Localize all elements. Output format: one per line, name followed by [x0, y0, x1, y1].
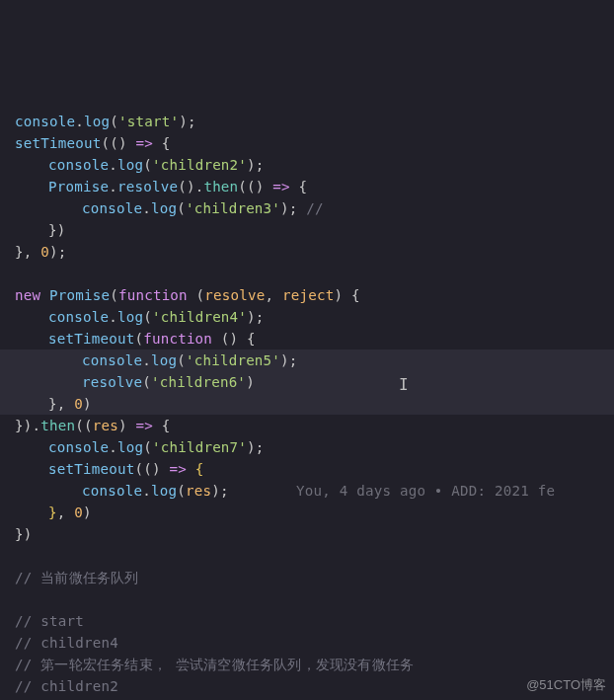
- token-kw: =>: [272, 179, 289, 194]
- code-line[interactable]: // children4: [15, 632, 614, 654]
- token-fn: log: [151, 352, 177, 368]
- token-pun: (: [177, 352, 186, 368]
- code-line[interactable]: }).then((res) => {: [15, 415, 614, 436]
- token-fn: resolve: [82, 374, 142, 390]
- token-pun: () {: [221, 331, 256, 347]
- token-pun: );: [247, 157, 264, 173]
- code-line[interactable]: [15, 545, 614, 567]
- code-line[interactable]: }, 0): [15, 502, 614, 523]
- code-line[interactable]: // children2: [15, 675, 614, 697]
- token-pun: .: [109, 309, 117, 325]
- token-pun: .: [142, 352, 151, 368]
- token-pun: (): [110, 135, 135, 151]
- token-cmt: // children2: [15, 678, 118, 694]
- token-cmt: // start: [15, 613, 84, 629]
- token-pun: },: [15, 244, 40, 260]
- code-line[interactable]: setTimeout(() => {: [15, 132, 614, 154]
- token-str: 'children7': [152, 439, 247, 455]
- code-line[interactable]: console.log('children3'); //: [15, 197, 614, 219]
- token-pun: );: [49, 244, 66, 260]
- token-obj: console: [48, 439, 109, 455]
- token-pun: (): [143, 461, 169, 477]
- token-num: 0: [74, 396, 83, 412]
- token-pun: .: [109, 179, 117, 194]
- token-pun: (: [110, 114, 118, 129]
- token-pun: ): [118, 418, 135, 433]
- token-pun: (: [238, 179, 247, 194]
- code-line[interactable]: // 当前微任务队列: [15, 567, 614, 588]
- token-str: 'children4': [152, 309, 247, 325]
- token-kw: function: [118, 287, 196, 303]
- token-cmt: //: [306, 200, 323, 216]
- code-line[interactable]: [15, 588, 614, 610]
- token-obj: console: [82, 352, 142, 368]
- token-pun: (: [101, 135, 110, 151]
- code-line[interactable]: resolve('children6'): [15, 371, 614, 393]
- token-pun: ((: [75, 418, 92, 433]
- token-pun: .: [109, 439, 117, 455]
- token-pun: );: [211, 483, 228, 499]
- token-pun: );: [179, 114, 195, 129]
- token-pun: );: [247, 309, 264, 325]
- code-line[interactable]: console.log('start');: [15, 111, 614, 132]
- token-pun: {: [153, 135, 170, 151]
- token-pun: (: [110, 287, 118, 303]
- code-line[interactable]: console.log('children2');: [15, 154, 614, 176]
- token-str: 'start': [118, 114, 179, 129]
- token-obj: console: [82, 483, 142, 499]
- token-num: 0: [74, 505, 83, 520]
- code-line[interactable]: new Promise(function (resolve, reject) {: [15, 284, 614, 306]
- token-pun: .: [142, 200, 151, 216]
- code-line[interactable]: console.log(res);You, 4 days ago • ADD: …: [15, 480, 614, 502]
- token-fn: log: [151, 200, 177, 216]
- token-kw: function: [143, 331, 221, 347]
- code-body[interactable]: console.log('start');setTimeout(() => {c…: [15, 111, 614, 700]
- git-blame-codelens: You, 4 days ago • ADD: 2021 fe: [296, 480, 555, 502]
- token-pun: },: [48, 396, 74, 412]
- code-editor[interactable]: console.log('start');setTimeout(() => {c…: [0, 0, 614, 700]
- token-str: 'children6': [151, 374, 246, 390]
- token-fn: log: [151, 483, 177, 499]
- code-line[interactable]: }): [15, 523, 614, 545]
- token-pun: ): [83, 505, 92, 520]
- token-pun: }): [48, 222, 65, 238]
- token-str: 'children5': [186, 352, 280, 368]
- token-pun: );: [280, 352, 297, 368]
- code-line[interactable]: Promise.resolve().then(() => {: [15, 176, 614, 197]
- token-pun: (: [143, 309, 152, 325]
- code-line[interactable]: console.log('children4');: [15, 306, 614, 328]
- token-fn: setTimeout: [48, 461, 134, 477]
- code-line[interactable]: // start: [15, 610, 614, 632]
- token-cmt: // children4: [15, 635, 118, 651]
- token-str: 'children3': [186, 200, 280, 216]
- code-line[interactable]: // 第一轮宏任务结束， 尝试清空微任务队列，发现没有微任务: [15, 654, 614, 675]
- token-fn: setTimeout: [48, 331, 134, 347]
- token-par: res: [93, 418, 118, 433]
- token-pun: );: [280, 200, 306, 216]
- token-pun: ,: [57, 505, 74, 520]
- code-line[interactable]: console.log('children7');: [15, 436, 614, 458]
- token-kw: new: [15, 287, 49, 303]
- token-fn: log: [84, 114, 110, 129]
- token-pun: }): [15, 526, 32, 542]
- token-pun: (: [143, 157, 152, 173]
- token-fn: log: [117, 309, 143, 325]
- token-br: }: [48, 505, 57, 520]
- code-line[interactable]: }): [15, 219, 614, 241]
- token-pun: .: [75, 114, 84, 129]
- token-log: then: [203, 179, 238, 194]
- code-line[interactable]: console.log('children5');: [15, 350, 614, 371]
- token-fn: log: [117, 157, 143, 173]
- token-pun: (: [134, 461, 143, 477]
- code-line[interactable]: [15, 263, 614, 284]
- token-pun: (: [143, 439, 152, 455]
- code-line[interactable]: }, 0);: [15, 241, 614, 263]
- code-line[interactable]: setTimeout(() => {: [15, 458, 614, 480]
- token-pun: (): [247, 179, 272, 194]
- token-obj: console: [15, 114, 75, 129]
- code-line[interactable]: }, 0): [15, 393, 614, 415]
- code-line[interactable]: setTimeout(function () {: [15, 328, 614, 350]
- token-pun: .: [109, 157, 117, 173]
- token-pun: (: [177, 200, 186, 216]
- token-kw: =>: [135, 418, 152, 433]
